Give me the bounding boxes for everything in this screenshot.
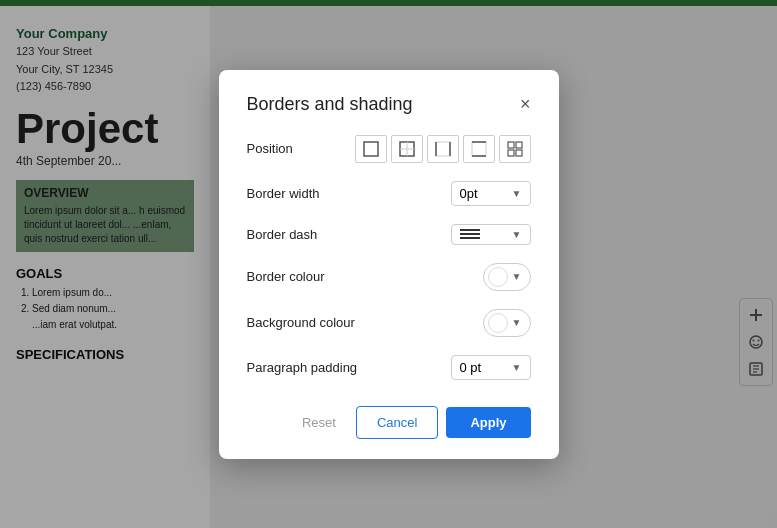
border-width-label: Border width — [247, 186, 320, 201]
borders-shading-dialog: Borders and shading × Position — [219, 70, 559, 459]
svg-rect-22 — [516, 150, 522, 156]
position-btn-all-borders[interactable] — [355, 135, 387, 163]
paragraph-padding-row: Paragraph padding 0 pt ▼ — [247, 355, 531, 380]
border-width-arrow: ▼ — [512, 188, 522, 199]
svg-rect-19 — [508, 142, 514, 148]
background-colour-circle — [488, 313, 508, 333]
background-colour-arrow: ▼ — [512, 317, 522, 328]
position-row: Position — [247, 135, 531, 163]
background-colour-row: Background colour ▼ — [247, 309, 531, 337]
modal-overlay: Borders and shading × Position — [0, 0, 777, 528]
dash-preview — [460, 229, 480, 239]
position-label: Position — [247, 141, 293, 156]
svg-rect-13 — [436, 142, 450, 156]
border-colour-label: Border colour — [247, 269, 325, 284]
border-dash-arrow: ▼ — [512, 229, 522, 240]
border-width-value: 0pt — [460, 186, 478, 201]
position-btn-outer[interactable] — [391, 135, 423, 163]
dialog-title: Borders and shading — [247, 94, 413, 115]
svg-rect-20 — [516, 142, 522, 148]
cancel-button[interactable]: Cancel — [356, 406, 438, 439]
position-btn-left-right[interactable] — [427, 135, 459, 163]
dialog-header: Borders and shading × — [247, 94, 531, 115]
paragraph-padding-arrow: ▼ — [512, 362, 522, 373]
close-button[interactable]: × — [520, 95, 531, 113]
position-group — [355, 135, 531, 163]
border-dash-dropdown[interactable]: ▼ — [451, 224, 531, 245]
apply-button[interactable]: Apply — [446, 407, 530, 438]
border-dash-label: Border dash — [247, 227, 318, 242]
background-colour-dropdown[interactable]: ▼ — [483, 309, 531, 337]
paragraph-padding-label: Paragraph padding — [247, 360, 358, 375]
background-colour-label: Background colour — [247, 315, 355, 330]
border-colour-row: Border colour ▼ — [247, 263, 531, 291]
paragraph-padding-dropdown[interactable]: 0 pt ▼ — [451, 355, 531, 380]
border-width-row: Border width 0pt ▼ — [247, 181, 531, 206]
position-btn-top-bottom[interactable] — [463, 135, 495, 163]
position-btn-between[interactable] — [499, 135, 531, 163]
svg-rect-9 — [364, 142, 378, 156]
reset-button[interactable]: Reset — [290, 407, 348, 438]
border-colour-circle — [488, 267, 508, 287]
svg-rect-16 — [472, 142, 486, 156]
border-colour-arrow: ▼ — [512, 271, 522, 282]
dialog-footer: Reset Cancel Apply — [247, 398, 531, 439]
border-width-dropdown[interactable]: 0pt ▼ — [451, 181, 531, 206]
border-dash-row: Border dash ▼ — [247, 224, 531, 245]
svg-rect-21 — [508, 150, 514, 156]
paragraph-padding-value: 0 pt — [460, 360, 482, 375]
border-colour-dropdown[interactable]: ▼ — [483, 263, 531, 291]
